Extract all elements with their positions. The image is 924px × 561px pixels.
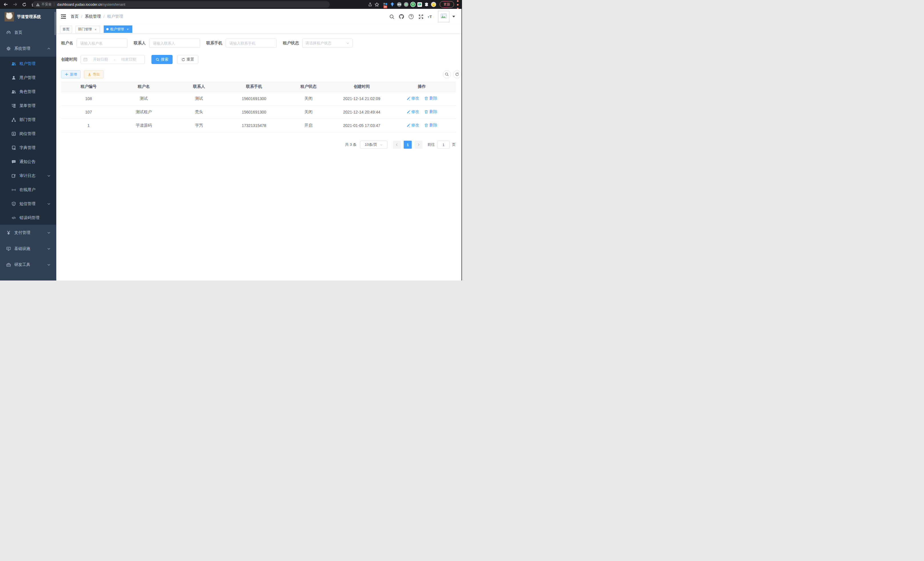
sidebar-item-audit-log[interactable]: 审计日志 (0, 169, 56, 183)
sidebar-fold-icon[interactable] (61, 14, 66, 20)
sidebar-item-sms[interactable]: 短信管理 (0, 197, 56, 211)
plus-icon (65, 73, 69, 76)
sidebar-item-system[interactable]: 系统管理 (0, 41, 56, 57)
prev-page-button[interactable] (393, 141, 401, 149)
edit-link-label: 修改 (411, 109, 419, 114)
reset-button[interactable]: 重置 (177, 55, 198, 64)
dashboard-icon (6, 30, 11, 35)
id-badge-icon (11, 132, 16, 136)
sidebar-item-home[interactable]: 首页 (0, 25, 56, 41)
goto-page-input[interactable] (437, 141, 450, 149)
contact-input[interactable] (149, 39, 200, 48)
fullscreen-icon[interactable] (418, 14, 424, 20)
search-button[interactable]: 搜索 (152, 55, 172, 64)
cell-tenant-id: 108 (61, 92, 116, 105)
sidebar-item-label: 用户管理 (20, 75, 35, 80)
chevron-down-icon (47, 263, 51, 266)
tenant-name-input[interactable] (76, 39, 128, 48)
share-icon[interactable] (367, 2, 373, 8)
breadcrumb-home[interactable]: 首页 (70, 14, 79, 19)
sidebar-item-notice[interactable]: 通知公告 (0, 155, 56, 169)
sidebar-item-online-user[interactable]: 在线用户 (0, 183, 56, 197)
delete-link[interactable]: 删除 (424, 123, 437, 128)
close-icon[interactable]: × (126, 27, 130, 31)
pagination-total: 共 3 条 (345, 142, 357, 147)
browser-back-icon[interactable] (3, 2, 9, 8)
sidebar-item-devtools[interactable]: 研发工具 (0, 257, 56, 273)
extension-dot-icon[interactable] (403, 2, 409, 8)
sidebar-item-post[interactable]: 岗位管理 (0, 127, 56, 141)
browser-update-button[interactable]: 更新 (440, 1, 454, 8)
next-page-button[interactable] (415, 141, 423, 149)
svg-text:T: T (428, 16, 429, 19)
edit-link[interactable]: 修改 (406, 109, 419, 114)
insecure-warning-icon (36, 3, 40, 6)
sidebar-scrollbar-thumb[interactable] (55, 12, 56, 35)
mobile-input[interactable] (226, 39, 277, 48)
table-row: 108 测试 测试 15601691300 关闭 2021-12-14 21:0… (61, 92, 456, 105)
tag-home[interactable]: 首页 (60, 26, 72, 33)
edit-link[interactable]: 修改 (406, 123, 419, 128)
cell-tenant-name: 测试租户 (116, 105, 171, 119)
sidebar-item-error-code[interactable]: 错误码管理 (0, 211, 56, 225)
sidebar-item-dict[interactable]: 字典管理 (0, 141, 56, 155)
tenant-users-icon (11, 62, 16, 66)
sidebar-item-menu[interactable]: 菜单管理 (0, 99, 56, 113)
date-range-picker[interactable]: 开始日期 - 结束日期 (81, 55, 145, 64)
sidebar-item-infra[interactable]: 基础设施 (0, 241, 56, 257)
bookmark-star-icon[interactable] (374, 2, 380, 8)
browser-address-bar[interactable]: 不安全 dashboard.yudao.iocoder.cn/system/te… (33, 1, 330, 8)
delete-link[interactable]: 删除 (424, 96, 437, 101)
delete-link[interactable]: 删除 (424, 109, 437, 114)
delete-link-label: 删除 (429, 96, 437, 101)
url-host: dashboard.yudao.iocoder.cn (57, 3, 102, 7)
extensions-puzzle-icon[interactable] (424, 2, 429, 8)
header-search-icon[interactable] (389, 14, 394, 20)
cell-mobile: 15601691300 (226, 92, 281, 105)
avatar-caret-down-icon[interactable] (452, 16, 455, 17)
add-button[interactable]: 新增 (61, 70, 81, 78)
browser-forward-icon[interactable] (12, 2, 18, 8)
sidebar-item-pay[interactable]: 支付管理 (0, 225, 56, 241)
status-select[interactable]: 请选择租户状态 (302, 39, 352, 48)
edit-link[interactable]: 修改 (406, 96, 419, 101)
sidebar-item-user[interactable]: 用户管理 (0, 71, 56, 85)
page-size-select[interactable]: 10条/页 (360, 141, 387, 149)
trash-icon (424, 96, 428, 100)
refresh-table-button[interactable] (453, 70, 461, 78)
extension-yudao-icon[interactable] (410, 2, 416, 8)
close-icon[interactable]: × (93, 27, 98, 32)
sidebar-item-role[interactable]: 角色管理 (0, 85, 56, 99)
extension-tampermonkey-icon[interactable]: 10 (382, 2, 388, 8)
url-path: /system/tenant (102, 3, 125, 7)
tag-dept[interactable]: 部门管理 × (75, 26, 100, 33)
sidebar-item-dept[interactable]: 部门管理 (0, 113, 56, 127)
app-logo-rabbit-image (4, 12, 14, 21)
help-icon[interactable] (408, 14, 414, 20)
browser-reload-icon[interactable] (21, 2, 27, 8)
profile-avatar-icon[interactable] (430, 2, 436, 8)
font-size-icon[interactable]: TT (428, 14, 434, 20)
user-avatar-broken-image[interactable] (438, 11, 449, 22)
sidebar: 芋道管理系统 首页 系统管理 租户管理 (0, 9, 56, 281)
sidebar-item-tenant[interactable]: 租户管理 (0, 57, 56, 71)
chevron-down-icon (380, 143, 383, 146)
extension-gem-icon[interactable] (389, 2, 395, 8)
search-icon (445, 72, 449, 76)
sidebar-item-label: 错误码管理 (20, 215, 39, 220)
breadcrumb-section[interactable]: 系统管理 (85, 14, 101, 19)
github-icon[interactable] (399, 14, 404, 20)
tag-tenant-active[interactable]: 租户管理 × (104, 26, 132, 33)
cell-contact: 测试 (171, 92, 226, 105)
cell-status: 开启 (281, 119, 335, 132)
browser-menu-icon[interactable]: ⦁⦁⦁ (456, 0, 460, 10)
sidebar-item-label: 研发工具 (14, 262, 30, 267)
page-number-1[interactable]: 1 (404, 141, 412, 149)
tag-label: 部门管理 (78, 27, 92, 32)
export-button-label: 导出 (93, 72, 100, 77)
extension-chat-icon[interactable] (417, 2, 423, 8)
app-logo-row[interactable]: 芋道管理系统 (0, 9, 56, 25)
show-search-toggle-button[interactable] (443, 70, 451, 78)
export-button[interactable]: 导出 (84, 70, 104, 78)
extension-clover-icon[interactable] (396, 2, 402, 8)
